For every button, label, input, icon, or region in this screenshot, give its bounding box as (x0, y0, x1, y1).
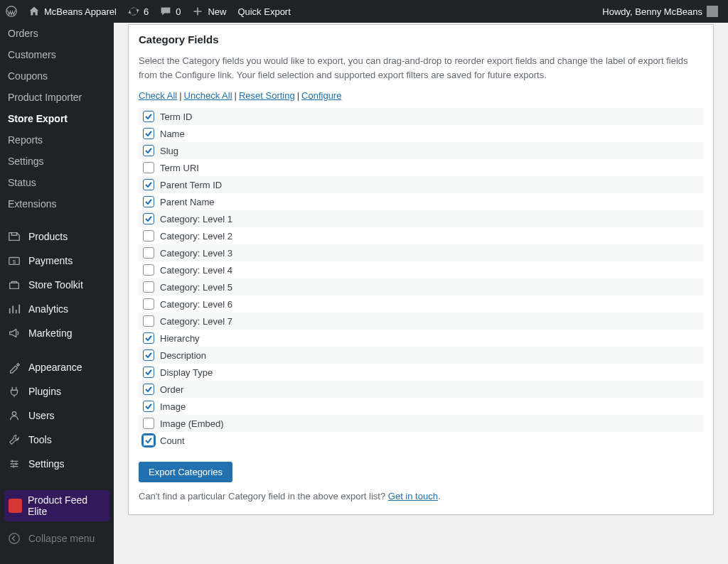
field-row[interactable]: Image (139, 398, 703, 415)
sidebar-item-users[interactable]: Users (0, 403, 114, 428)
sidebar-item-products[interactable]: Products (0, 224, 114, 249)
site-name[interactable]: McBeans Apparel (23, 0, 122, 23)
sidebar-item-plugins[interactable]: Plugins (0, 379, 114, 403)
export-categories-button[interactable]: Export Categories (139, 462, 232, 482)
separator: | (235, 90, 237, 101)
field-checkbox[interactable] (143, 145, 154, 156)
field-checkbox[interactable] (143, 315, 154, 327)
field-row[interactable]: Count (139, 432, 703, 449)
home-icon (28, 6, 40, 17)
field-row[interactable]: Parent Name (139, 193, 703, 210)
my-account[interactable]: Howdy, Benny McBeans (596, 0, 724, 23)
field-row[interactable]: Order (139, 381, 703, 398)
field-checkbox[interactable] (143, 247, 154, 259)
sidebar-item-product-feed-elite[interactable]: Product Feed Elite (4, 490, 109, 521)
quick-export[interactable]: Quick Export (232, 0, 296, 23)
sidebar-item-settings[interactable]: Settings (0, 452, 114, 476)
field-checkbox[interactable] (143, 230, 154, 242)
updates-icon (128, 6, 139, 17)
sidebar-item-label: Products (28, 231, 68, 242)
field-row[interactable]: Category: Level 1 (139, 210, 703, 227)
field-checkbox[interactable] (143, 384, 154, 395)
sidebar-subitem-store-export[interactable]: Store Export (0, 108, 114, 129)
field-checkbox[interactable] (143, 196, 154, 207)
sidebar-item-marketing[interactable]: Marketing (0, 321, 114, 345)
sidebar-item-store-toolkit[interactable]: Store Toolkit (0, 273, 114, 297)
field-row[interactable]: Hierarchy (139, 330, 703, 347)
field-row[interactable]: Slug (139, 142, 703, 159)
sidebar-subitem-orders[interactable]: Orders (0, 23, 114, 44)
sidebar-subitem-status[interactable]: Status (0, 172, 114, 193)
field-row[interactable]: Term URI (139, 159, 703, 176)
sidebar-item-label: Appearance (28, 362, 82, 373)
admin-bar-right: Howdy, Benny McBeans (596, 0, 724, 23)
field-checkbox[interactable] (143, 298, 154, 310)
field-row[interactable]: Category: Level 3 (139, 244, 703, 261)
field-checkbox[interactable] (143, 111, 154, 122)
sidebar-item-appearance[interactable]: Appearance (0, 355, 114, 379)
sidebar-item-payments[interactable]: $Payments (0, 249, 114, 273)
field-checkbox[interactable] (143, 179, 154, 190)
field-checkbox[interactable] (143, 162, 154, 173)
sidebar-item-label: Tools (28, 434, 52, 445)
field-label: Order (160, 384, 183, 395)
sidebar-item-label: Plugins (28, 386, 61, 397)
field-row[interactable]: Category: Level 5 (139, 278, 703, 295)
sidebar-subitem-product-importer[interactable]: Product Importer (0, 87, 114, 108)
configure-link[interactable]: Configure (301, 90, 341, 101)
sidebar-submenu: OrdersCustomersCouponsProduct ImporterSt… (0, 23, 114, 215)
field-row[interactable]: Image (Embed) (139, 415, 703, 432)
updates[interactable]: 6 (122, 0, 154, 23)
marketing-icon (7, 326, 21, 340)
field-row[interactable]: Category: Level 7 (139, 313, 703, 330)
sidebar-main-menu-2: AppearancePluginsUsersToolsSettings (0, 355, 114, 476)
field-checkbox[interactable] (143, 435, 154, 446)
sidebar-item-label: Settings (28, 458, 65, 470)
field-checkbox[interactable] (143, 128, 154, 139)
sidebar-subitem-reports[interactable]: Reports (0, 129, 114, 151)
sidebar-subitem-settings[interactable]: Settings (0, 151, 114, 172)
reset-sorting-link[interactable]: Reset Sorting (239, 90, 295, 101)
field-row[interactable]: Category: Level 6 (139, 295, 703, 313)
quick-export-label: Quick Export (237, 6, 290, 17)
field-label: Parent Term ID (160, 180, 222, 190)
field-checkbox[interactable] (143, 401, 154, 412)
sidebar-subitem-coupons[interactable]: Coupons (0, 65, 114, 87)
admin-sidebar: OrdersCustomersCouponsProduct ImporterSt… (0, 23, 114, 564)
sidebar-item-label: Users (28, 410, 55, 421)
wp-logo[interactable] (0, 0, 23, 23)
field-row[interactable]: Term ID (139, 108, 703, 125)
field-checkbox[interactable] (143, 349, 154, 361)
field-checkbox[interactable] (143, 418, 154, 429)
field-row[interactable]: Description (139, 347, 703, 364)
field-row[interactable]: Category: Level 4 (139, 261, 703, 278)
field-label: Category: Level 2 (160, 231, 232, 242)
field-row[interactable]: Parent Term ID (139, 176, 703, 193)
appearance-icon (7, 360, 21, 374)
separator: | (179, 90, 181, 101)
get-in-touch-link[interactable]: Get in touch (388, 491, 438, 501)
category-fields-panel: Category Fields Select the Category fiel… (128, 24, 714, 515)
field-row[interactable]: Category: Level 2 (139, 227, 703, 244)
sidebar-subitem-customers[interactable]: Customers (0, 44, 114, 65)
analytics-icon (7, 302, 21, 316)
uncheck-all-link[interactable]: Uncheck All (184, 90, 232, 101)
comments[interactable]: 0 (154, 0, 186, 23)
field-checkbox[interactable] (143, 332, 154, 344)
footnote-suffix: . (438, 491, 441, 501)
field-checkbox[interactable] (143, 264, 154, 276)
field-checkbox[interactable] (143, 281, 154, 293)
field-checkbox[interactable] (143, 367, 154, 378)
check-all-link[interactable]: Check All (139, 90, 177, 101)
field-label: Category: Level 5 (160, 282, 232, 293)
field-row[interactable]: Display Type (139, 364, 703, 381)
sidebar-item-tools[interactable]: Tools (0, 428, 114, 452)
sidebar-subitem-extensions[interactable]: Extensions (0, 193, 114, 215)
sidebar-item-analytics[interactable]: Analytics (0, 297, 114, 321)
field-list: Term IDNameSlugTerm URIParent Term IDPar… (139, 108, 703, 449)
field-checkbox[interactable] (143, 213, 154, 224)
wp-logo-icon (6, 6, 17, 17)
collapse-menu[interactable]: Collapse menu (0, 526, 114, 551)
field-row[interactable]: Name (139, 125, 703, 142)
new-content[interactable]: New (186, 0, 232, 23)
